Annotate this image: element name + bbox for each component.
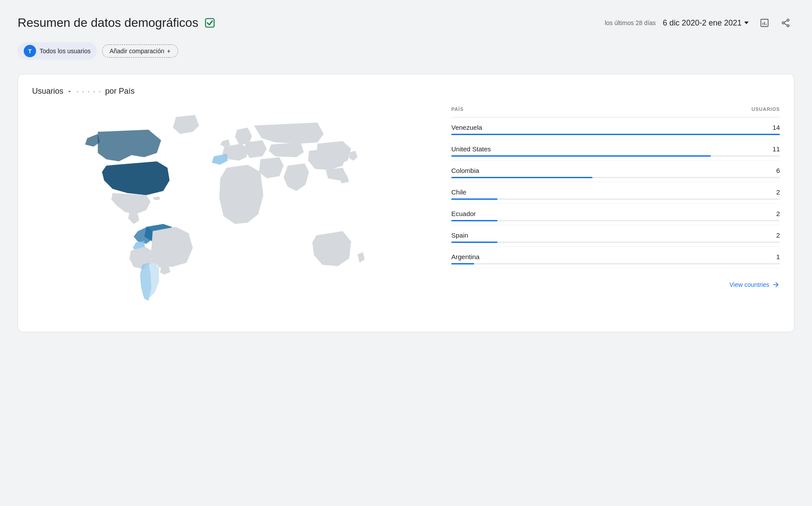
bar-fill	[451, 220, 497, 221]
chart-icon-button[interactable]	[756, 14, 773, 32]
bar-fill	[451, 177, 593, 178]
svg-line-8	[784, 21, 787, 22]
country-value: 2	[776, 231, 780, 239]
col-users-header: USUARIOS	[752, 106, 780, 112]
bar-container	[451, 263, 780, 264]
bar-fill	[451, 198, 497, 200]
bar-container	[451, 198, 780, 200]
bar-fill	[451, 134, 780, 135]
page-title: Resumen de datos demográficos	[18, 16, 198, 30]
segment-avatar: T	[24, 45, 36, 57]
table-row[interactable]: Argentina 1	[451, 247, 780, 268]
add-comparison-label: Añadir comparación	[110, 48, 165, 55]
card-body: PAÍS USUARIOS Venezuela 14 United States…	[32, 106, 780, 319]
metric-label: Usuarios	[32, 87, 63, 96]
country-value: 2	[776, 188, 780, 196]
col-country-header: PAÍS	[451, 106, 464, 112]
segment-label: Todos los usuarios	[40, 48, 91, 55]
table-row[interactable]: United States 11	[451, 139, 780, 161]
bar-container	[451, 242, 780, 243]
card-metric[interactable]: Usuarios	[32, 87, 73, 96]
country-name: Argentina	[451, 253, 479, 260]
svg-point-7	[787, 25, 789, 27]
country-value: 6	[776, 167, 780, 174]
dimension-label: por País	[105, 87, 135, 96]
date-label: los últimos 28 días	[605, 19, 656, 26]
table-row[interactable]: Colombia 6	[451, 161, 780, 182]
country-name: Ecuador	[451, 210, 476, 217]
title-section: Resumen de datos demográficos	[18, 16, 216, 30]
header-right: los últimos 28 días 6 dic 2020-2 ene 202…	[605, 14, 794, 32]
svg-point-5	[787, 19, 789, 21]
country-value: 2	[776, 210, 780, 217]
verified-icon	[204, 17, 216, 29]
date-range-value: 6 dic 2020-2 ene 2021	[663, 18, 742, 28]
map-container[interactable]	[32, 106, 434, 319]
segment-row: T Todos los usuarios Añadir comparación …	[18, 42, 794, 60]
country-value: 11	[772, 145, 780, 153]
table-container: PAÍS USUARIOS Venezuela 14 United States…	[451, 106, 780, 319]
bar-container	[451, 177, 780, 178]
separator: - - - - -	[77, 88, 102, 95]
country-value: 14	[772, 124, 780, 131]
bar-fill	[451, 263, 474, 264]
table-row[interactable]: Chile 2	[451, 182, 780, 204]
svg-line-9	[784, 23, 787, 25]
country-table: Venezuela 14 United States 11 Colombia 6	[451, 117, 780, 268]
page-header: Resumen de datos demográficos los último…	[18, 14, 794, 32]
country-name: Venezuela	[451, 124, 482, 131]
add-comparison-button[interactable]: Añadir comparación +	[102, 44, 178, 58]
bar-fill	[451, 155, 711, 157]
header-icons	[756, 14, 794, 32]
card-header: Usuarios - - - - - por País	[32, 87, 780, 96]
view-countries-link[interactable]: View countries	[451, 281, 780, 289]
table-header: PAÍS USUARIOS	[451, 106, 780, 117]
bar-fill	[451, 242, 497, 243]
table-row[interactable]: Ecuador 2	[451, 204, 780, 225]
svg-rect-0	[205, 18, 214, 27]
bar-container	[451, 155, 780, 157]
segment-chip[interactable]: T Todos los usuarios	[18, 42, 97, 60]
share-icon-button[interactable]	[777, 14, 794, 32]
date-range-selector[interactable]: 6 dic 2020-2 ene 2021	[663, 18, 749, 28]
bar-container	[451, 220, 780, 221]
country-name: Chile	[451, 188, 466, 196]
chevron-down-icon	[744, 22, 749, 24]
country-name: Spain	[451, 231, 468, 239]
svg-point-6	[782, 22, 784, 24]
table-row[interactable]: Venezuela 14	[451, 117, 780, 139]
country-name: Colombia	[451, 167, 479, 174]
bar-container	[451, 134, 780, 135]
plus-icon: +	[167, 48, 170, 55]
country-value: 1	[776, 253, 780, 260]
table-row[interactable]: Spain 2	[451, 225, 780, 247]
country-name: United States	[451, 145, 491, 153]
view-countries-label: View countries	[729, 281, 769, 288]
main-card: Usuarios - - - - - por País	[18, 74, 794, 332]
